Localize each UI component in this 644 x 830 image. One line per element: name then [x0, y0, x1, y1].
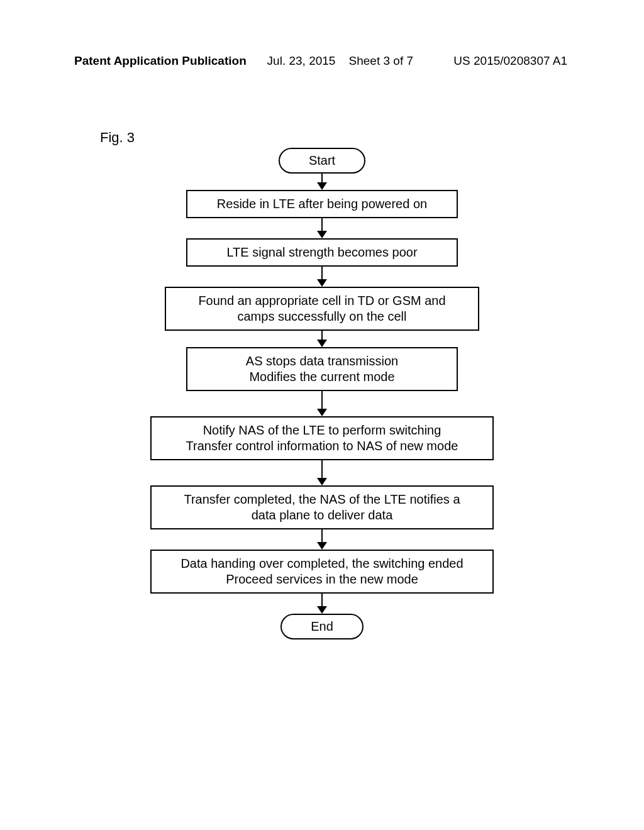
arrow-icon [317, 331, 327, 347]
terminator-end: End [280, 614, 364, 639]
arrow-icon [317, 529, 327, 550]
process-step-2: LTE signal strength becomes poor [186, 238, 458, 267]
process-step-4: AS stops data transmissionModifies the c… [186, 347, 458, 391]
header-middle: Jul. 23, 2015 Sheet 3 of 7 [267, 54, 413, 68]
arrow-icon [317, 460, 327, 485]
flowchart: Start Reside in LTE after being powered … [0, 148, 644, 639]
arrow-icon [317, 594, 327, 614]
process-step-5: Notify NAS of the LTE to perform switchi… [150, 416, 494, 460]
arrow-icon [317, 174, 327, 190]
arrow-icon [317, 391, 327, 416]
process-step-3: Found an appropriate cell in TD or GSM a… [165, 287, 479, 331]
header-date: Jul. 23, 2015 [267, 54, 336, 67]
figure-label: Fig. 3 [100, 130, 135, 146]
process-step-1: Reside in LTE after being powered on [186, 190, 458, 218]
process-step-7: Data handing over completed, the switchi… [150, 550, 494, 594]
header-sheet: Sheet 3 of 7 [349, 54, 413, 67]
header-pubnumber: US 2015/0208307 A1 [453, 54, 567, 68]
process-step-6: Transfer completed, the NAS of the LTE n… [150, 485, 494, 529]
arrow-icon [317, 267, 327, 287]
arrow-icon [317, 218, 327, 238]
terminator-start: Start [279, 148, 365, 174]
header-title: Patent Application Publication [74, 54, 247, 68]
